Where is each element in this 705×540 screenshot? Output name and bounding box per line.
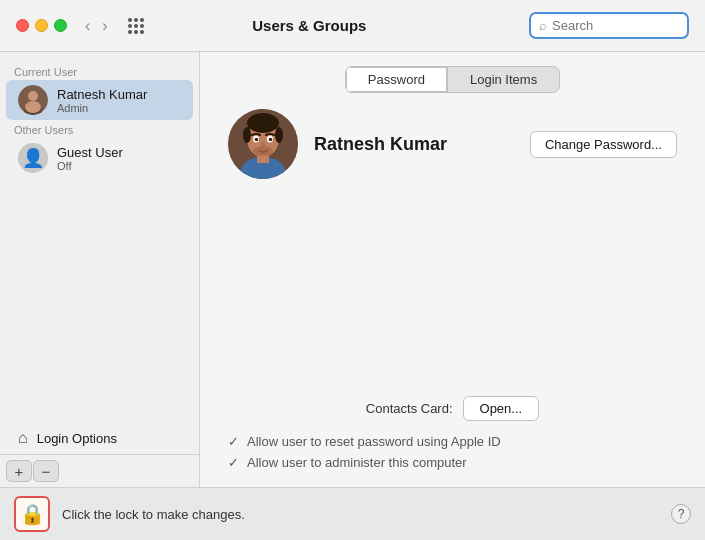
sidebar-item-guest[interactable]: 👤 Guest User Off: [6, 138, 193, 178]
tab-password[interactable]: Password: [346, 67, 447, 92]
close-button[interactable]: [16, 19, 29, 32]
current-user-label: Current User: [0, 62, 199, 80]
minimize-button[interactable]: [35, 19, 48, 32]
tabs-row: Password Login Items: [218, 66, 687, 93]
guest-avatar: 👤: [18, 143, 48, 173]
svg-point-13: [255, 138, 259, 142]
login-options-item[interactable]: ⌂ Login Options: [6, 422, 193, 454]
svg-point-10: [275, 127, 283, 143]
add-user-button[interactable]: +: [6, 460, 32, 482]
svg-point-3: [25, 101, 41, 113]
change-password-button[interactable]: Change Password...: [530, 131, 677, 158]
svg-point-9: [243, 127, 251, 143]
window-title: Users & Groups: [100, 17, 519, 34]
current-user-role: Admin: [57, 102, 147, 114]
content-spacer: [218, 199, 687, 396]
lock-button[interactable]: 🔒: [14, 496, 50, 532]
checkbox-row-2: ✓ Allow user to administer this computer: [218, 452, 687, 473]
user-avatar-large: [228, 109, 298, 179]
back-button[interactable]: ‹: [81, 15, 94, 37]
current-user-name: Ratnesh Kumar: [57, 87, 147, 102]
svg-point-14: [269, 138, 273, 142]
login-options-label: Login Options: [37, 431, 117, 446]
main-content: Current User Ratnesh Kumar Admin Other U…: [0, 52, 705, 487]
house-icon: ⌂: [18, 429, 28, 447]
search-box[interactable]: ⌕: [529, 12, 689, 39]
guest-user-name: Guest User: [57, 145, 123, 160]
checkbox-row-1: ✓ Allow user to reset password using App…: [218, 431, 687, 452]
current-user-avatar: [18, 85, 48, 115]
guest-user-info: Guest User Off: [57, 145, 123, 172]
right-panel: Password Login Items: [200, 52, 705, 487]
titlebar: ‹ › Users & Groups ⌕: [0, 0, 705, 52]
current-user-info: Ratnesh Kumar Admin: [57, 87, 147, 114]
lock-message: Click the lock to make changes.: [62, 507, 659, 522]
remove-user-button[interactable]: −: [33, 460, 59, 482]
svg-point-16: [253, 146, 273, 156]
open-contacts-button[interactable]: Open...: [463, 396, 540, 421]
checkmark-2: ✓: [228, 455, 239, 470]
checkmark-1: ✓: [228, 434, 239, 449]
contacts-row: Contacts Card: Open...: [218, 396, 687, 421]
svg-point-8: [247, 113, 279, 133]
tab-login-items[interactable]: Login Items: [448, 67, 559, 92]
user-detail: Ratnesh Kumar Change Password...: [218, 109, 687, 179]
checkbox-label-2: Allow user to administer this computer: [247, 455, 467, 470]
sidebar-controls: + −: [0, 454, 199, 487]
sidebar-item-current-user[interactable]: Ratnesh Kumar Admin: [6, 80, 193, 120]
tab-group: Password Login Items: [345, 66, 560, 93]
contacts-card-label: Contacts Card:: [366, 401, 453, 416]
lock-icon: 🔒: [20, 502, 45, 526]
other-users-label: Other Users: [0, 120, 199, 138]
fullscreen-button[interactable]: [54, 19, 67, 32]
svg-point-1: [28, 91, 38, 101]
help-button[interactable]: ?: [671, 504, 691, 524]
sidebar: Current User Ratnesh Kumar Admin Other U…: [0, 52, 200, 487]
checkbox-label-1: Allow user to reset password using Apple…: [247, 434, 501, 449]
user-detail-name: Ratnesh Kumar: [314, 134, 514, 155]
traffic-lights: [16, 19, 67, 32]
bottom-bar: 🔒 Click the lock to make changes. ?: [0, 487, 705, 540]
guest-user-status: Off: [57, 160, 123, 172]
search-input[interactable]: [552, 18, 672, 33]
search-icon: ⌕: [539, 18, 547, 33]
